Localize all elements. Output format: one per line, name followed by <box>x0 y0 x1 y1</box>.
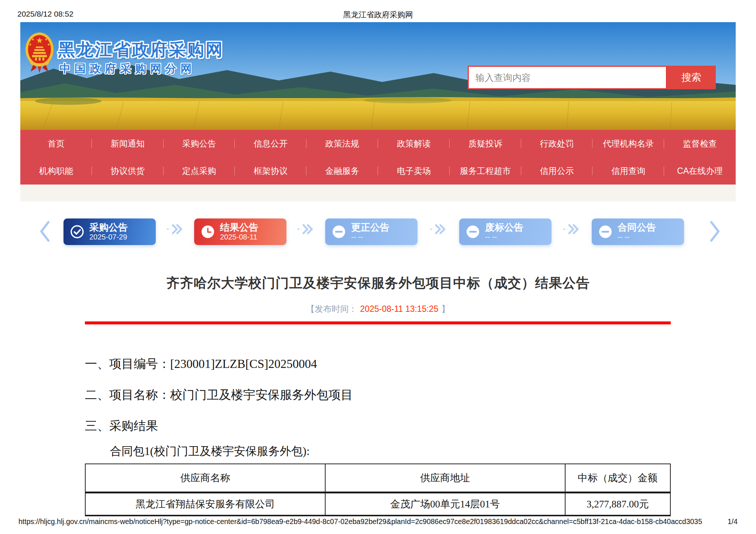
nav-item-financial-services[interactable]: 金融服务 <box>306 157 378 185</box>
flow-arrow-icon <box>429 224 447 235</box>
search-button[interactable]: 搜索 <box>667 66 716 89</box>
flow-arrow-icon <box>166 224 184 235</box>
nav-row-2: 机构职能 协议供货 定点采购 框架协议 金融服务 电子卖场 服务工程超市 信用公… <box>20 157 736 185</box>
nav-item-info-disclosure[interactable]: 信息公开 <box>235 130 306 157</box>
banner-bottom-strip <box>20 185 736 201</box>
col-supplier-name: 供应商名称 <box>85 464 325 493</box>
nav-item-e-marketplace[interactable]: 电子卖场 <box>378 157 450 185</box>
publish-time: 2025-08-11 13:15:25 <box>360 304 439 314</box>
main-navigation: 首页 新闻通知 采购公告 信息公开 政策法规 政策解读 质疑投诉 行政处罚 代理… <box>20 130 736 185</box>
site-name: 黑龙江省政府采购网 <box>58 38 224 61</box>
timeline-step-contract-notice[interactable]: 合同公告 -- -- <box>592 218 684 245</box>
nav-item-policy-regulations[interactable]: 政策法规 <box>306 130 378 157</box>
col-award-amount: 中标（成交）金额 <box>565 464 670 493</box>
nav-item-agreement-supply[interactable]: 协议供货 <box>92 157 164 185</box>
col-supplier-address: 供应商地址 <box>325 464 565 493</box>
minus-circle-icon <box>332 225 346 239</box>
timeline-step-correction-notice[interactable]: 更正公告 -- -- <box>325 218 417 245</box>
svg-text:★: ★ <box>31 37 35 41</box>
timeline-prev-button[interactable] <box>38 220 51 243</box>
nav-item-framework-agreement[interactable]: 框架协议 <box>235 157 306 185</box>
project-name-line: 二、项目名称：校门门卫及楼宇安保服务外包项目 <box>85 387 353 403</box>
timeline-step-date: 2025-07-29 <box>89 232 128 241</box>
timeline-step-label: 采购公告 <box>89 222 128 233</box>
svg-text:★: ★ <box>36 36 43 45</box>
svg-text:★: ★ <box>47 42 51 46</box>
site-banner: ★ ★ ★ ★ ★ 黑龙江省政府采购网 中国政府采购网分网 搜索 <box>20 22 736 130</box>
flow-arrow-icon <box>563 224 580 235</box>
search-bar: 搜索 <box>468 66 716 89</box>
nav-row-1: 首页 新闻通知 采购公告 信息公开 政策法规 政策解读 质疑投诉 行政处罚 代理… <box>20 130 736 157</box>
timeline-next-button[interactable] <box>709 220 721 243</box>
publish-label-close: 】 <box>441 304 450 314</box>
cell-supplier-name: 黑龙江省翔喆保安服务有限公司 <box>85 493 325 516</box>
table-header-row: 供应商名称 供应商地址 中标（成交）金额 <box>85 464 670 493</box>
nav-item-fixed-point-procurement[interactable]: 定点采购 <box>164 157 235 185</box>
nav-item-org-functions[interactable]: 机构职能 <box>20 157 92 185</box>
print-doc-title: 黑龙江省政府采购网 <box>0 10 756 20</box>
nav-item-ca-online[interactable]: CA在线办理 <box>664 157 736 185</box>
minus-circle-icon <box>598 225 612 239</box>
result-table: 供应商名称 供应商地址 中标（成交）金额 黑龙江省翔喆保安服务有限公司 金茂广场… <box>85 464 671 516</box>
timeline-step-procurement-notice[interactable]: 采购公告 2025-07-29 <box>63 218 156 245</box>
timeline-step-date: -- -- <box>351 232 389 241</box>
timeline-step-label: 废标公告 <box>485 222 523 233</box>
timeline-step-date: -- -- <box>618 232 656 241</box>
table-row: 黑龙江省翔喆保安服务有限公司 金茂广场00单元14层01号 3,277,887.… <box>85 493 670 516</box>
page-url: https://hljcg.hlj.gov.cn/maincms-web/not… <box>18 517 702 526</box>
timeline-step-label: 合同公告 <box>618 222 656 233</box>
svg-text:★: ★ <box>29 42 32 46</box>
timeline-step-label: 更正公告 <box>351 222 389 233</box>
timeline-step-result-notice[interactable]: 结果公告 2025-08-11 <box>194 218 286 245</box>
publish-time-line: 【发布时间：2025-08-11 13:15:25】 <box>0 303 756 315</box>
page-number: 1/4 <box>728 517 738 526</box>
procurement-result-heading: 三、采购结果 <box>85 418 158 434</box>
nav-item-complaints[interactable]: 质疑投诉 <box>450 130 521 157</box>
cell-award-amount: 3,277,887.00元 <box>565 493 670 516</box>
minus-circle-icon <box>466 225 480 239</box>
timeline-step-date: -- -- <box>485 232 523 241</box>
nav-item-procurement-notice[interactable]: 采购公告 <box>164 130 235 157</box>
project-number-line: 一、项目编号：[230001]ZLZB[CS]20250004 <box>85 356 317 372</box>
site-subtitle: 中国政府采购网分网 <box>59 61 196 76</box>
svg-text:★: ★ <box>45 37 48 41</box>
nav-item-credit-publicity[interactable]: 信用公示 <box>521 157 593 185</box>
nav-item-home[interactable]: 首页 <box>20 130 92 157</box>
flow-arrow-icon <box>297 224 315 235</box>
article-title: 齐齐哈尔大学校门门卫及楼宇安保服务外包项目中标（成交）结果公告 <box>0 274 756 292</box>
timeline-step-label: 结果公告 <box>220 222 258 233</box>
clock-icon <box>201 225 215 239</box>
contract-package-line: 合同包1(校门门卫及楼宇安保服务外包): <box>110 444 310 459</box>
nav-item-credit-inquiry[interactable]: 信用查询 <box>592 157 664 185</box>
nav-item-agency-directory[interactable]: 代理机构名录 <box>592 130 664 157</box>
nav-item-supervision[interactable]: 监督检查 <box>664 130 736 157</box>
nav-item-policy-interpretation[interactable]: 政策解读 <box>378 130 450 157</box>
national-emblem-logo: ★ ★ ★ ★ ★ <box>25 31 54 77</box>
red-divider <box>85 321 671 324</box>
nav-item-news[interactable]: 新闻通知 <box>92 130 164 157</box>
check-circle-icon <box>70 225 84 239</box>
search-input[interactable] <box>468 66 667 89</box>
nav-item-administrative-penalty[interactable]: 行政处罚 <box>521 130 593 157</box>
nav-item-service-project-mart[interactable]: 服务工程超市 <box>450 157 521 185</box>
timeline-step-cancellation-notice[interactable]: 废标公告 -- -- <box>459 218 551 245</box>
timeline-step-date: 2025-08-11 <box>220 232 258 241</box>
cell-supplier-address: 金茂广场00单元14层01号 <box>325 493 565 516</box>
publish-label-open: 【发布时间： <box>306 304 357 314</box>
